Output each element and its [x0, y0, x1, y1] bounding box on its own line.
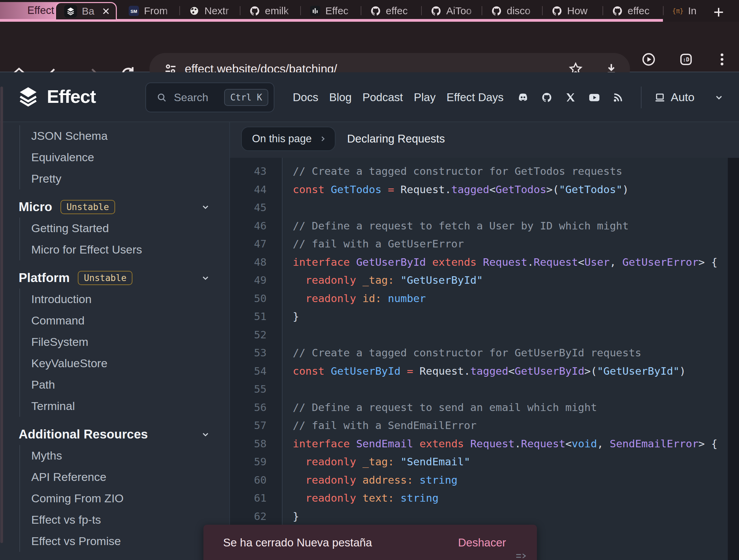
line-number: 59 [230, 453, 282, 471]
sidebar-item-coming-from-zio[interactable]: Coming From ZIO [20, 488, 229, 509]
sidebar-item-micro-for-effect-users[interactable]: Micro for Effect Users [20, 239, 229, 260]
browser-tab[interactable]: effec [361, 2, 422, 19]
brand-name: Effect [47, 86, 96, 107]
code-text: readonly address: string [282, 471, 457, 489]
sidebar-item-effect-vs-promise[interactable]: Effect vs Promise [20, 530, 229, 552]
theme-selector[interactable]: Auto [654, 72, 724, 122]
browser-tab[interactable]: SMFrom [120, 2, 180, 19]
close-icon[interactable] [101, 6, 111, 16]
undo-button[interactable]: Deshacer [456, 536, 508, 549]
sidebar-item-myths[interactable]: Myths [20, 445, 229, 466]
laptop-icon [654, 91, 666, 104]
toast-message: Se ha cerrado Nueva pestaña [223, 536, 372, 549]
svg-text:{π}: {π} [672, 7, 683, 15]
on-this-page-button[interactable]: On this page [241, 127, 336, 151]
docs-main: On this page Declaring Requests 43// Cre… [230, 122, 739, 560]
sidebar-item-path[interactable]: Path [20, 374, 229, 395]
sidebar-section-micro[interactable]: MicroUnstable [0, 196, 229, 218]
social-links [516, 72, 625, 122]
code-text: // fail with a SendEmailError [282, 416, 476, 435]
sidebar-item-api-reference[interactable]: API Reference [20, 466, 229, 488]
tab-title: emilk [265, 5, 300, 17]
nav-blog[interactable]: Blog [329, 91, 352, 104]
sidebar-section-additional-resources[interactable]: Additional Resources [0, 424, 229, 445]
code-line: 46// Define a request to fetch a User by… [230, 217, 728, 235]
chevron-down-icon [714, 92, 724, 103]
browser-window: Effect ts Ba SMFromNextremilkEffeceffecA… [0, 0, 739, 560]
sidebar-item-getting-started[interactable]: Getting Started [20, 218, 229, 239]
browser-toolbar: effect.website/docs/batching/ :D [0, 22, 739, 72]
browser-tab[interactable]: {π}In [664, 2, 715, 19]
github-icon[interactable] [540, 91, 554, 104]
tab-title: Effec [325, 5, 361, 17]
youtube-icon[interactable] [588, 91, 601, 104]
browser-tab[interactable]: effec [603, 2, 664, 19]
discord-icon[interactable] [516, 91, 530, 104]
sidebar-item-json-schema[interactable]: JSON Schema [20, 125, 229, 147]
code-text: } [282, 307, 299, 326]
line-number: 54 [230, 362, 282, 380]
line-number: 58 [230, 435, 282, 453]
theme-label: Auto [671, 91, 695, 104]
browser-menu-icon[interactable] [714, 52, 730, 67]
nav-docs[interactable]: Docs [293, 91, 318, 104]
tab-title: In [688, 5, 715, 17]
line-number: 43 [230, 162, 282, 181]
sidebar-item-terminal[interactable]: Terminal [20, 395, 229, 417]
code-text: readonly text: string [282, 489, 438, 507]
code-line: 62} [230, 507, 728, 526]
line-number: 52 [230, 326, 282, 344]
browser-tab[interactable]: emilk [240, 2, 301, 19]
code-text: readonly _tag: "GetUserById" [282, 271, 483, 290]
on-this-page-label: On this page [252, 133, 319, 145]
code-text: interface SendEmail extends Request.Requ… [282, 435, 718, 453]
code-line: 50 readonly id: number [230, 290, 728, 308]
x-icon[interactable] [564, 91, 577, 104]
line-number: 57 [230, 416, 282, 435]
sm-favicon-icon: SM [128, 5, 139, 16]
sidebar-item-keyvaluestore[interactable]: KeyValueStore [20, 353, 229, 374]
github-favicon-icon [249, 5, 260, 16]
rss-icon[interactable] [611, 91, 625, 104]
header-divider [641, 87, 642, 108]
nav-effect-days[interactable]: Effect Days [447, 91, 504, 104]
browser-tab[interactable]: How [543, 2, 603, 19]
code-line: 55 [230, 380, 728, 398]
search-input[interactable]: Search Ctrl K [145, 82, 274, 112]
left-scrollbar[interactable] [0, 87, 3, 543]
active-tab[interactable]: Ba [55, 2, 117, 19]
sidebar-section-platform[interactable]: PlatformUnstable [0, 267, 229, 288]
tab-title: effec [386, 5, 421, 17]
sidebar-item-command[interactable]: Command [20, 310, 229, 331]
line-number: 45 [230, 199, 282, 217]
browser-tab[interactable]: disco [482, 2, 543, 19]
search-shortcut: Ctrl K [224, 89, 268, 106]
page-corner-icon [515, 553, 526, 560]
active-tab-title: Ba [82, 5, 96, 17]
code-line: 51} [230, 307, 728, 326]
browser-tab[interactable]: AiToo [422, 2, 482, 19]
code-line: 49 readonly _tag: "GetUserById" [230, 271, 728, 290]
line-number: 49 [230, 271, 282, 290]
code-text [282, 326, 293, 344]
code-line: 57// fail with a SendEmailError [230, 416, 728, 435]
sidebar-item-equivalence[interactable]: Equivalence [20, 147, 229, 168]
new-tab-button[interactable] [711, 4, 727, 20]
section-label: Micro [19, 200, 52, 214]
browser-tab[interactable]: Effec [301, 2, 361, 19]
media-control-icon[interactable] [641, 52, 656, 67]
sidebar-item-effect-vs-fp-ts[interactable]: Effect vs fp-ts [20, 509, 229, 530]
effect-logo[interactable]: Effect [18, 86, 96, 107]
sidebar-item-introduction[interactable]: Introduction [20, 288, 229, 310]
nav-podcast[interactable]: Podcast [362, 91, 403, 104]
braces-favicon-icon: {π} [672, 5, 683, 16]
code-lines[interactable]: 43// Create a tagged constructor for Get… [230, 162, 728, 560]
search-placeholder: Search [174, 91, 224, 104]
tab-strip: Effect ts Ba SMFromNextremilkEffeceffecA… [0, 0, 739, 22]
browser-tab[interactable]: Nextr [180, 2, 240, 19]
line-number: 50 [230, 290, 282, 308]
nav-play[interactable]: Play [414, 91, 436, 104]
sidebar-item-filesystem[interactable]: FileSystem [20, 331, 229, 353]
extension-companion-icon[interactable]: :D [678, 52, 694, 67]
sidebar-item-pretty[interactable]: Pretty [20, 168, 229, 189]
